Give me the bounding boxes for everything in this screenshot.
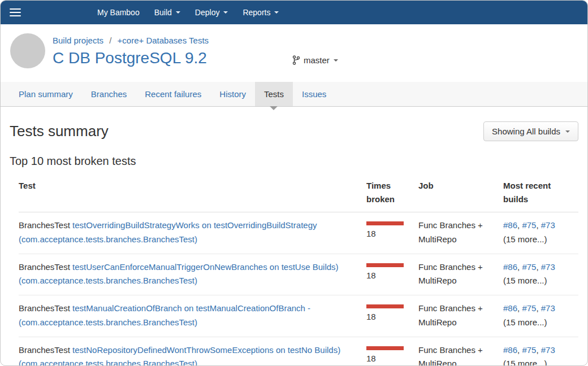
column-header-most-recent-builds: Most recent builds: [503, 175, 578, 212]
build-link[interactable]: #75: [522, 220, 536, 230]
breadcrumb-link-plan-group[interactable]: +core+ Databases Tests: [118, 36, 209, 45]
nav-items: My Bamboo Build Deploy Reports: [90, 1, 286, 24]
test-class-prefix: BranchesTest: [19, 303, 70, 313]
build-link[interactable]: #73: [541, 303, 555, 313]
nav-build-label: Build: [154, 8, 172, 17]
build-link[interactable]: #86: [503, 262, 517, 272]
plan-info: Build projects / +core+ Databases Tests …: [53, 33, 209, 68]
tab-branches[interactable]: Branches: [82, 82, 136, 106]
build-link[interactable]: #86: [503, 220, 517, 230]
build-link[interactable]: #86: [503, 303, 517, 313]
chevron-down-icon: [274, 11, 279, 14]
test-class-prefix: BranchesTest: [19, 345, 70, 355]
tests-summary-heading: Tests summary: [10, 123, 109, 140]
recent-builds: #86, #75, #73: [503, 220, 555, 230]
plan-avatar: [10, 33, 45, 68]
branch-name: master: [304, 55, 330, 65]
times-broken-value: 18: [366, 229, 376, 238]
job-name: Func Branches + MultiRepo: [418, 303, 483, 327]
table-row: BranchesTest testManualCreationOfBranch …: [19, 295, 578, 337]
tab-recent-failures[interactable]: Recent failures: [136, 82, 210, 106]
tab-issues[interactable]: Issues: [293, 82, 335, 106]
more-builds-text: (15 more...): [503, 316, 573, 330]
chevron-down-icon: [223, 11, 228, 14]
nav-my-bamboo-label: My Bamboo: [97, 8, 140, 17]
tab-tests[interactable]: Tests: [255, 82, 293, 106]
plan-tabs: Plan summary Branches Recent failures Hi…: [1, 82, 587, 107]
broken-tests-table: Test Times broken Job Most recent builds…: [19, 175, 578, 366]
bamboo-app: My Bamboo Build Deploy Reports Build pro…: [0, 0, 588, 366]
table-row: BranchesTest testOverridingBuildStrategy…: [19, 212, 578, 254]
hamburger-menu-icon[interactable]: [10, 8, 21, 16]
column-header-test: Test: [19, 175, 366, 212]
breadcrumb: Build projects / +core+ Databases Tests: [53, 36, 209, 45]
build-filter-button[interactable]: Showing All builds: [483, 121, 578, 141]
recent-builds: #86, #75, #73: [503, 262, 555, 272]
times-broken-bar: [366, 221, 404, 225]
chevron-down-icon: [565, 130, 570, 133]
recent-builds: #86, #75, #73: [503, 303, 555, 313]
test-class-prefix: BranchesTest: [19, 262, 70, 272]
tab-plan-summary[interactable]: Plan summary: [10, 82, 82, 106]
times-broken-value: 18: [366, 312, 376, 321]
breadcrumb-separator: /: [109, 36, 111, 45]
nav-deploy-label: Deploy: [195, 8, 220, 17]
nav-my-bamboo[interactable]: My Bamboo: [90, 1, 147, 24]
job-name: Func Branches + MultiRepo: [418, 262, 483, 286]
build-link[interactable]: #73: [541, 262, 555, 272]
nav-deploy[interactable]: Deploy: [188, 1, 236, 24]
recent-builds: #86, #75, #73: [503, 345, 555, 355]
more-builds-text: (15 more...): [503, 357, 573, 366]
nav-build[interactable]: Build: [147, 1, 188, 24]
table-header-row: Test Times broken Job Most recent builds: [19, 175, 578, 212]
times-broken-value: 18: [366, 271, 376, 280]
column-header-job: Job: [418, 175, 503, 212]
times-broken-value: 18: [366, 354, 376, 363]
job-name: Func Branches + MultiRepo: [418, 220, 483, 244]
branch-selector[interactable]: master: [292, 55, 338, 65]
times-broken-bar: [366, 304, 404, 308]
tab-history[interactable]: History: [210, 82, 255, 106]
job-name: Func Branches + MultiRepo: [418, 345, 483, 366]
more-builds-text: (15 more...): [503, 274, 573, 288]
times-broken-bar: [366, 346, 404, 350]
nav-reports-label: Reports: [243, 8, 270, 17]
table-row: BranchesTest testUserCanEnforceManualTri…: [19, 254, 578, 295]
git-branch-icon: [292, 55, 300, 65]
table-row: BranchesTest testNoRepositoryDefinedWont…: [19, 337, 578, 366]
plan-header: Build projects / +core+ Databases Tests …: [1, 24, 587, 82]
top-broken-tests-heading: Top 10 most broken tests: [10, 155, 578, 168]
chevron-down-icon: [176, 11, 180, 14]
build-link[interactable]: #75: [522, 262, 536, 272]
build-link[interactable]: #73: [541, 220, 555, 230]
build-filter-label: Showing All builds: [492, 127, 560, 136]
column-header-times-broken: Times broken: [366, 175, 418, 212]
tests-table-body: BranchesTest testOverridingBuildStrategy…: [19, 212, 578, 366]
build-link[interactable]: #75: [522, 345, 536, 355]
breadcrumb-link-build-projects[interactable]: Build projects: [53, 36, 103, 45]
test-class-prefix: BranchesTest: [19, 220, 70, 230]
top-navbar: My Bamboo Build Deploy Reports: [1, 1, 587, 24]
build-link[interactable]: #86: [503, 345, 517, 355]
times-broken-bar: [366, 263, 404, 267]
build-link[interactable]: #73: [541, 345, 555, 355]
chevron-down-icon: [334, 59, 338, 62]
nav-reports[interactable]: Reports: [235, 1, 286, 24]
build-link[interactable]: #75: [522, 303, 536, 313]
more-builds-text: (15 more...): [503, 233, 573, 247]
tests-summary-panel: Tests summary Showing All builds Top 10 …: [1, 121, 587, 366]
page-title: C DB PostgreSQL 9.2: [53, 49, 209, 67]
